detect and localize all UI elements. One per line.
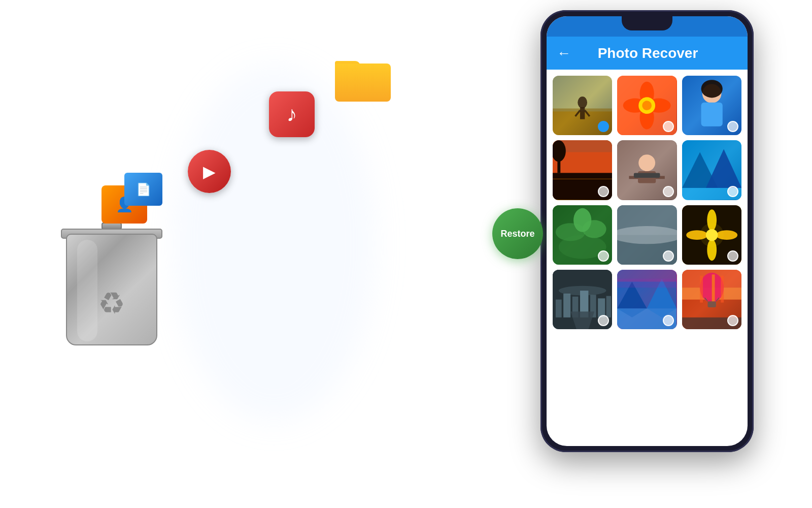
svg-rect-56 xyxy=(598,298,605,318)
svg-point-38 xyxy=(573,208,591,232)
photo-checkbox-6[interactable] xyxy=(727,186,738,197)
svg-point-27 xyxy=(639,155,656,172)
recycle-symbol: ♻ xyxy=(91,283,132,324)
svg-point-3 xyxy=(578,97,587,108)
photo-item-7[interactable] xyxy=(553,205,612,265)
svg-rect-74 xyxy=(712,274,715,302)
floating-docs xyxy=(101,173,162,224)
photo-item-5[interactable] xyxy=(617,140,676,200)
photo-item-9[interactable] xyxy=(682,205,741,265)
floating-music-icon xyxy=(269,91,315,137)
photo-checkbox-11[interactable] xyxy=(663,315,674,326)
svg-rect-75 xyxy=(721,276,724,303)
photo-item-3[interactable] xyxy=(682,76,741,135)
phone-container: Restore ← Photo Recover xyxy=(533,10,761,467)
svg-rect-16 xyxy=(701,103,722,126)
svg-rect-52 xyxy=(563,294,570,318)
svg-point-13 xyxy=(642,101,652,110)
restore-button[interactable]: Restore xyxy=(492,208,543,259)
svg-rect-68 xyxy=(617,279,676,288)
folder-body xyxy=(335,64,391,102)
photo-item-11[interactable] xyxy=(617,270,676,329)
app-title: Photo Recover xyxy=(579,45,717,61)
photo-checkbox-4[interactable] xyxy=(598,186,609,197)
main-scene: ♻ Restore xyxy=(0,0,812,508)
app-header: ← Photo Recover xyxy=(547,37,748,70)
photo-item-12[interactable] xyxy=(682,270,741,329)
trash-container: ♻ xyxy=(61,213,173,356)
floating-folder-icon xyxy=(335,56,391,102)
photo-checkbox-9[interactable] xyxy=(727,250,738,262)
restore-label: Restore xyxy=(500,229,534,239)
trash-body: ♻ xyxy=(66,234,157,345)
floating-video-icon xyxy=(188,150,231,193)
svg-rect-73 xyxy=(700,276,703,303)
svg-point-49 xyxy=(700,223,724,247)
photo-checkbox-8[interactable] xyxy=(663,250,674,262)
svg-rect-76 xyxy=(707,301,716,307)
back-arrow-button[interactable]: ← xyxy=(557,45,571,61)
photo-item-6[interactable] xyxy=(682,140,741,200)
doc-blue-icon xyxy=(124,173,162,206)
photo-item-1[interactable] xyxy=(553,76,612,135)
svg-rect-29 xyxy=(634,173,660,178)
photo-item-2[interactable] xyxy=(617,76,676,135)
svg-point-17 xyxy=(701,80,722,98)
recycle-icon: ♻ xyxy=(98,289,125,319)
photo-checkbox-2[interactable] xyxy=(663,121,674,132)
svg-rect-57 xyxy=(606,296,611,318)
photo-item-8[interactable] xyxy=(617,205,676,265)
phone-frame: ← Photo Recover xyxy=(540,10,754,452)
photo-checkbox-5[interactable] xyxy=(663,186,674,197)
phone-notch xyxy=(622,16,672,30)
photo-grid xyxy=(547,70,748,335)
svg-rect-51 xyxy=(556,300,562,318)
svg-rect-4 xyxy=(580,107,585,119)
svg-point-60 xyxy=(559,286,606,296)
photo-item-10[interactable] xyxy=(553,270,612,329)
photo-item-4[interactable] xyxy=(553,140,612,200)
svg-point-42 xyxy=(617,226,676,244)
trash-can: ♻ xyxy=(61,213,162,345)
phone-screen: ← Photo Recover xyxy=(547,16,748,446)
